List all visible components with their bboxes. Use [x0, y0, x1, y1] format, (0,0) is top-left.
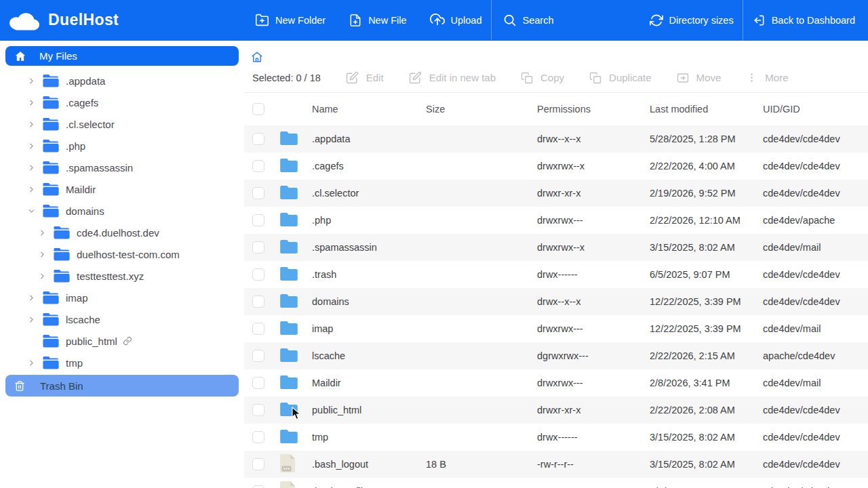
row-checkbox[interactable]	[252, 431, 264, 443]
tree-item--cagefs[interactable]: .cagefs	[0, 92, 244, 113]
row-checkbox[interactable]	[252, 377, 264, 389]
column-size[interactable]: Size	[426, 104, 537, 115]
column-uid-gid[interactable]: UID/GID	[763, 104, 868, 115]
tree-item-maildir[interactable]: Maildir	[0, 178, 244, 200]
table-row--cagefs[interactable]: .cagefs drwxrwx--x 2/22/2026, 4:00 AM cd…	[244, 152, 868, 180]
file-name[interactable]: imap	[312, 323, 426, 334]
chevron-right-icon[interactable]	[38, 228, 47, 237]
table-row--appdata[interactable]: .appdata drwx--x--x 5/28/2025, 1:28 PM c…	[244, 125, 868, 152]
chevron-down-icon[interactable]	[27, 207, 36, 216]
file-name[interactable]: .php	[312, 215, 426, 226]
chevron-right-icon[interactable]	[27, 120, 36, 129]
file-name[interactable]: .bash_logout	[312, 459, 426, 470]
file-name[interactable]: .trash	[312, 269, 426, 280]
file-name[interactable]: domains	[312, 296, 426, 307]
search-label: Search	[523, 15, 554, 26]
row-checkbox[interactable]	[252, 404, 264, 416]
directory-sizes-button[interactable]: Directory sizes	[641, 0, 743, 41]
column-last-modified[interactable]: Last modified	[650, 104, 763, 115]
table-row--cl-selector[interactable]: .cl.selector drwxr-xr-x 2/19/2026, 9:52 …	[244, 180, 868, 207]
tree-item-public-html[interactable]: public_html	[0, 330, 244, 352]
more-button[interactable]: More	[746, 72, 788, 83]
row-checkbox[interactable]	[252, 214, 264, 226]
tree-item--spamassassin[interactable]: .spamassassin	[0, 157, 244, 178]
row-checkbox[interactable]	[252, 323, 264, 335]
file-name[interactable]: lscache	[312, 350, 426, 361]
row-checkbox[interactable]	[252, 187, 264, 199]
table-row-tmp[interactable]: tmp drwx------ 3/15/2025, 8:02 AM cde4de…	[244, 424, 868, 451]
chevron-right-icon[interactable]	[38, 250, 47, 259]
tree-item-testtesttest-xyz[interactable]: testtesttest.xyz	[0, 265, 244, 287]
table-row--spamassassin[interactable]: .spamassassin drwxrwx--x 3/15/2025, 8:02…	[244, 234, 868, 261]
row-checkbox[interactable]	[252, 241, 264, 253]
tree-item--php[interactable]: .php	[0, 135, 244, 157]
new-file-button[interactable]: New File	[340, 0, 415, 41]
chevron-right-icon[interactable]	[27, 293, 36, 302]
breadcrumb-home-icon[interactable]	[251, 51, 263, 63]
row-checkbox[interactable]	[252, 268, 264, 281]
table-row-maildir[interactable]: Maildir drwxrwx--- 2/8/2026, 3:41 PM cde…	[244, 369, 868, 396]
row-checkbox[interactable]	[252, 485, 264, 488]
edit-button[interactable]: Edit	[346, 71, 384, 84]
table-row-imap[interactable]: imap drwxrwx--- 12/22/2025, 3:39 PM cde4…	[244, 315, 868, 342]
tree-item--appdata[interactable]: .appdata	[0, 70, 244, 92]
tree-item-lscache[interactable]: lscache	[0, 308, 244, 330]
file-permissions: drwxr-xr-x	[537, 405, 650, 415]
table-row-domains[interactable]: domains drwx--x--x 12/22/2025, 3:39 PM c…	[244, 288, 868, 315]
tree-item-cde4-duelhost-dev[interactable]: cde4.duelhost.dev	[0, 222, 244, 243]
edit-icon	[346, 71, 359, 84]
file-last-modified: 6/5/2025, 9:07 PM	[650, 269, 763, 280]
tree-item-label: .cagefs	[66, 97, 98, 108]
table-row--trash[interactable]: .trash drwx------ 6/5/2025, 9:07 PM cde4…	[244, 261, 868, 288]
select-all-checkbox[interactable]	[252, 103, 264, 115]
file-name[interactable]: public_html	[312, 405, 426, 415]
chevron-right-icon[interactable]	[38, 272, 47, 281]
file-name[interactable]: .cagefs	[312, 161, 426, 171]
folder-icon	[280, 158, 298, 175]
table-row-lscache[interactable]: lscache dgrwxrwx--- 2/22/2026, 2:15 AM a…	[244, 342, 868, 369]
sidebar-item-trash-bin[interactable]: Trash Bin	[5, 375, 239, 396]
brand[interactable]: DuelHost	[0, 9, 246, 30]
new-folder-button[interactable]: New Folder	[246, 0, 334, 41]
chevron-right-icon[interactable]	[27, 185, 36, 194]
duplicate-button[interactable]: Duplicate	[589, 72, 652, 84]
copy-button[interactable]: Copy	[521, 72, 564, 84]
table-row--bash-profile[interactable]: .bash_profile 195 B -rw-r--r-- 4/7/2025,…	[244, 478, 868, 488]
file-name[interactable]: .appdata	[312, 134, 426, 144]
chevron-right-icon[interactable]	[27, 315, 36, 324]
tree-item--cl-selector[interactable]: .cl.selector	[0, 113, 244, 135]
edit-in-new-tab-button[interactable]: Edit in new tab	[409, 71, 496, 84]
trash-icon	[14, 380, 25, 392]
search-button[interactable]: Search	[492, 0, 563, 41]
file-name[interactable]: .cl.selector	[312, 188, 426, 199]
table-row-public-html[interactable]: public_html drwxr-xr-x 2/22/2026, 2:08 A…	[244, 396, 868, 424]
table-row--php[interactable]: .php drwxrwx--- 2/22/2026, 12:10 AM cde4…	[244, 207, 868, 234]
file-name[interactable]: .spamassassin	[312, 242, 426, 253]
sidebar-item-my-files[interactable]: My Files	[5, 46, 239, 66]
row-checkbox[interactable]	[252, 458, 264, 470]
chevron-right-icon[interactable]	[27, 77, 36, 85]
row-checkbox[interactable]	[252, 296, 264, 308]
chevron-right-icon[interactable]	[27, 98, 36, 107]
tree-item-tmp[interactable]: tmp	[0, 352, 244, 373]
file-name[interactable]: tmp	[312, 432, 426, 443]
chevron-right-icon[interactable]	[27, 359, 36, 367]
chevron-right-icon[interactable]	[27, 142, 36, 150]
row-checkbox[interactable]	[252, 160, 264, 172]
table-row--bash-logout[interactable]: .bash_logout 18 B -rw-r--r-- 3/15/2025, …	[244, 451, 868, 478]
file-name[interactable]: Maildir	[312, 378, 426, 388]
move-button[interactable]: Move	[677, 72, 722, 84]
chevron-right-icon[interactable]	[27, 163, 36, 172]
tree-item-imap[interactable]: imap	[0, 287, 244, 308]
upload-button[interactable]: Upload	[421, 0, 491, 41]
tree-item-duelhost-test-com-com[interactable]: duelhost-test-com.com	[0, 243, 244, 265]
link-icon	[123, 336, 132, 346]
back-to-dashboard-button[interactable]: Back to Dashboard	[743, 0, 864, 41]
tree-item-domains[interactable]: domains	[0, 200, 244, 222]
row-checkbox[interactable]	[252, 133, 264, 145]
file-permissions: drwx------	[537, 432, 650, 443]
column-name[interactable]: Name	[312, 104, 426, 115]
column-permissions[interactable]: Permissions	[537, 104, 650, 115]
file-uid-gid: cde4dev/mail	[763, 378, 868, 388]
row-checkbox[interactable]	[252, 350, 264, 362]
